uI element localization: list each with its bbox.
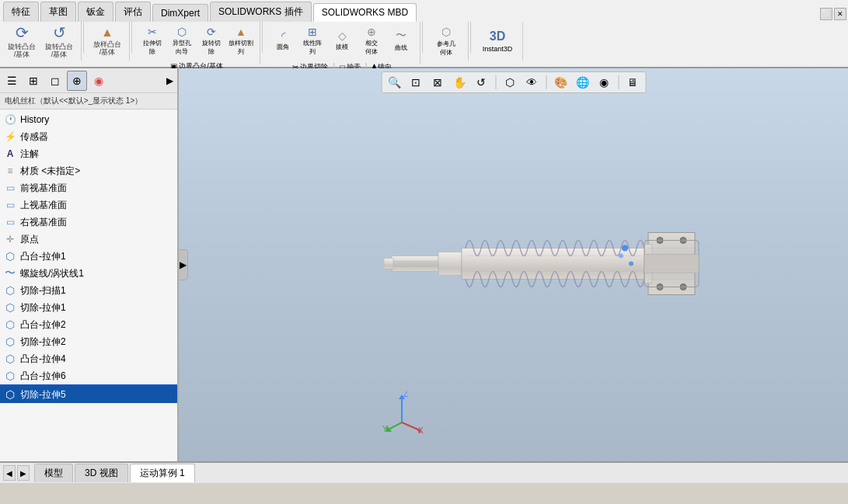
tab-sw-plugin[interactable]: SOLIDWORKS 插件 <box>210 2 312 22</box>
intersect-btn[interactable]: ⊕ 相交何体 <box>358 23 386 57</box>
tree-item-cut-extrude2[interactable]: ⬡ 切除-拉伸2 <box>0 333 177 350</box>
revolve-base-label: 旋转凸台/基体 <box>45 43 73 59</box>
vp-div3 <box>618 75 619 89</box>
sweep-cut-btn[interactable]: ✂ 拉伸切除 <box>138 23 166 57</box>
vp-hide-btn[interactable]: 👁 <box>522 74 541 91</box>
tree-item-boss4[interactable]: ⬡ 凸台-拉伸4 <box>0 350 177 367</box>
helix1-label: 螺旋线/涡状线1 <box>20 267 84 280</box>
tab-sheetmetal[interactable]: 钣金 <box>78 2 113 22</box>
vp-rotate-btn[interactable]: ↺ <box>472 74 490 91</box>
tree-item-front-plane[interactable]: ▭ 前视基准面 <box>0 179 177 196</box>
expand-arrow-btn[interactable]: ▶ <box>163 71 176 91</box>
vp-zoom-area-btn[interactable]: ⊠ <box>428 74 447 91</box>
vp-div2 <box>546 75 546 89</box>
cut-extrude1-icon: ⬡ <box>3 301 17 315</box>
hole-wizard-btn[interactable]: ⬡ 异型孔向导 <box>168 23 196 57</box>
tab-model[interactable]: 模型 <box>34 464 73 482</box>
list-view-btn[interactable]: ☰ <box>2 71 22 91</box>
tree-item-boss6[interactable]: ⬡ 凸台-拉伸6 <box>0 367 177 384</box>
ribbon: 特征 草图 钣金 评估 DimXpert SOLIDWORKS 插件 SOLID… <box>0 0 848 68</box>
vp-zoom-fit-btn[interactable]: ⊡ <box>407 74 425 91</box>
tab-evaluate[interactable]: 评估 <box>115 2 151 22</box>
tab-feature[interactable]: 特征 <box>3 2 39 22</box>
icon-view-btn[interactable]: ⊞ <box>23 71 44 91</box>
svg-point-16 <box>622 245 628 252</box>
vp-display-btn[interactable]: ⬡ <box>501 74 519 91</box>
loft-cut-icon: ▲ <box>236 26 246 38</box>
ribbon-minimize-btn[interactable]: ⬜ <box>820 8 832 20</box>
loft-cut-label: 放样切割列 <box>229 39 253 56</box>
top-plane-icon: ▭ <box>3 198 17 212</box>
linear-pattern-btn[interactable]: ⊞ 线性阵列 <box>298 23 326 57</box>
ref-geometry-btn[interactable]: ⬡ 参考几何体 <box>429 24 463 58</box>
hide-btn[interactable]: ◻ <box>45 71 65 91</box>
tree-item-cut-extrude5[interactable]: ⬡ 切除-拉伸5 <box>0 384 177 403</box>
tree-item-cut-sweep1[interactable]: ⬡ 切除-扫描1 <box>0 282 177 299</box>
tab-motion[interactable]: 运动算例 1 <box>130 464 195 482</box>
crosshair-btn[interactable]: ⊕ <box>67 71 87 91</box>
revolve-boss-icon: ⟳ <box>16 23 29 42</box>
revolve-cut-label: 旋转切除 <box>202 39 221 56</box>
draft-label: 拔模 <box>336 43 348 51</box>
tree-item-right-plane[interactable]: ▭ 右视基准面 <box>0 214 177 231</box>
boss-loft-btn[interactable]: ▲ 放样凸台/基体 <box>90 24 124 58</box>
tree-item-sensor[interactable]: ⚡ 传感器 <box>0 128 177 145</box>
revolve-base-icon: ↺ <box>53 23 66 42</box>
tab-sketch[interactable]: 草图 <box>40 2 76 22</box>
left-panel-wrapper: ☰ ⊞ ◻ ⊕ ◉ ▶ 电机丝杠（默认<<默认>_显示状态 1>） 🕐 Hist… <box>0 68 179 461</box>
tree-item-boss2[interactable]: ⬡ 凸台-拉伸2 <box>0 316 177 333</box>
main-area: ☰ ⊞ ◻ ⊕ ◉ ▶ 电机丝杠（默认<<默认>_显示状态 1>） 🕐 Hist… <box>0 68 848 461</box>
boss-loft-label: 放样凸台/基体 <box>93 41 121 57</box>
tree-item-boss1[interactable]: ⬡ 凸台-拉伸1 <box>0 248 177 265</box>
tree-item-material[interactable]: ≡ 材质 <未指定> <box>0 162 177 179</box>
instant3d-icon: 3D <box>490 30 505 43</box>
draft-btn[interactable]: ◇ 拔模 <box>328 23 356 57</box>
vp-search-btn[interactable]: 🔍 <box>385 74 403 91</box>
expand-handle[interactable]: ▶ <box>179 249 188 280</box>
svg-text:Z: Z <box>403 391 408 398</box>
color-btn[interactable]: ◉ <box>89 71 109 91</box>
vp-scene-btn[interactable]: 🌐 <box>573 74 592 91</box>
revolve-boss-label: 旋转凸台/基体 <box>8 43 36 59</box>
cut-extrude5-label: 切除-拉伸5 <box>20 388 66 401</box>
origin-icon: ✛ <box>3 232 17 246</box>
nav-arrow-right[interactable]: ▶ <box>17 465 30 481</box>
curves-icon: 〜 <box>396 29 407 43</box>
tree-item-helix1[interactable]: 〜 螺旋线/涡状线1 <box>0 265 177 282</box>
vp-appearance-btn[interactable]: 🎨 <box>551 74 570 91</box>
revolve-cut-btn[interactable]: ⟳ 旋转切除 <box>197 23 225 57</box>
vp-monitor-btn[interactable]: 🖥 <box>623 74 642 91</box>
tab-dimxpert[interactable]: DimXpert <box>152 4 208 22</box>
tree-item-history[interactable]: 🕐 History <box>0 111 177 128</box>
tree-item-top-plane[interactable]: ▭ 上视基准面 <box>0 196 177 214</box>
tree-item-cut-extrude1[interactable]: ⬡ 切除-拉伸1 <box>0 299 177 316</box>
intersect-icon: ⊕ <box>367 26 376 38</box>
instant3d-btn[interactable]: 3D Instant3D <box>477 24 518 58</box>
helix1-icon: 〜 <box>3 266 17 280</box>
tab-sw-mbd[interactable]: SOLIDWORKS MBD <box>313 3 417 22</box>
ribbon-toolbar: ⟳ 旋转凸台/基体 ↺ 旋转凸台/基体 ▲ 放样凸台/基体 ✂ 拉伸切除 <box>0 22 848 68</box>
nav-arrow-left[interactable]: ◀ <box>3 465 16 481</box>
fillet-btn[interactable]: ◜ 圆角 <box>269 23 297 57</box>
boss4-label: 凸台-拉伸4 <box>20 353 66 366</box>
ribbon-expand-btn[interactable]: ✕ <box>834 8 846 20</box>
ref-group: ⬡ 参考几何体 <box>424 22 469 61</box>
curves-label: 曲线 <box>395 43 407 52</box>
screw-model <box>384 186 710 344</box>
revolve-boss-btn[interactable]: ⟳ 旋转凸台/基体 <box>5 24 39 58</box>
loft-cut-btn[interactable]: ▲ 放样切割列 <box>227 23 255 57</box>
tree-item-annotation[interactable]: A 注解 <box>0 145 177 162</box>
sep1 <box>83 22 84 53</box>
svg-rect-3 <box>462 249 648 280</box>
revolve-base-btn[interactable]: ↺ 旋转凸台/基体 <box>42 24 76 58</box>
tab-3d-view[interactable]: 3D 视图 <box>75 464 128 482</box>
viewport[interactable]: 🔍 ⊡ ⊠ ✋ ↺ ⬡ 👁 🎨 🌐 ◉ 🖥 <box>179 68 848 461</box>
curves-btn[interactable]: 〜 曲线 <box>387 23 415 57</box>
vp-div1 <box>495 75 496 89</box>
sweep-cut-icon: ✂ <box>148 26 157 38</box>
vp-render-btn[interactable]: ◉ <box>595 74 613 91</box>
vp-pan-btn[interactable]: ✋ <box>450 74 469 91</box>
nav-arrows: ◀ ▶ <box>3 465 30 481</box>
tree-item-origin[interactable]: ✛ 原点 <box>0 231 177 248</box>
boss2-label: 凸台-拉伸2 <box>20 318 66 332</box>
